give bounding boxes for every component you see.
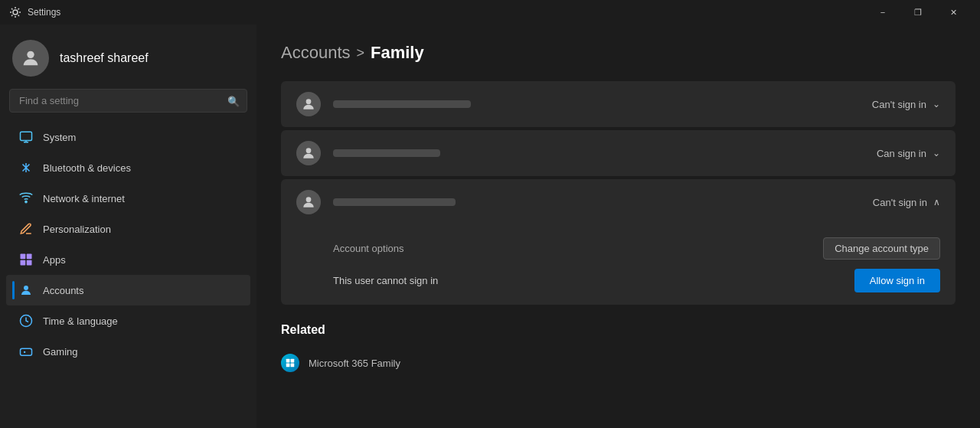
breadcrumb: Accounts > Family [281, 43, 956, 63]
svg-rect-14 [286, 359, 290, 363]
svg-rect-5 [27, 254, 32, 260]
family-member-3[interactable]: Can't sign in ∧ [281, 179, 956, 225]
svg-point-1 [27, 51, 34, 58]
cannot-signin-text: This user cannot sign in [333, 275, 438, 286]
sidebar-item-accounts[interactable]: Accounts [6, 275, 250, 305]
related-item-ms365[interactable]: Microsoft 365 Family [281, 346, 956, 380]
sign-in-row: This user cannot sign in Allow sign in [333, 269, 940, 292]
sidebar-item-network[interactable]: Network & internet [6, 183, 250, 214]
svg-rect-17 [291, 364, 295, 368]
sidebar-item-personalization[interactable]: Personalization [6, 214, 250, 244]
search-icon: 🔍 [227, 95, 240, 106]
svg-point-0 [13, 10, 18, 15]
svg-rect-7 [27, 260, 32, 266]
account-options-label: Account options [333, 243, 404, 254]
chevron-down-icon: ⌄ [933, 99, 940, 109]
bluetooth-icon [18, 160, 34, 175]
sidebar-item-label: Network & internet [43, 193, 125, 204]
breadcrumb-separator: > [357, 45, 365, 61]
family-card-expanded: Account options Change account type This… [281, 225, 956, 305]
svg-point-11 [306, 99, 312, 104]
related-item-label: Microsoft 365 Family [309, 358, 400, 369]
minimize-button[interactable]: − [865, 0, 900, 25]
network-icon [18, 191, 34, 206]
settings-icon [9, 6, 21, 18]
member-name-bar [333, 149, 440, 157]
chevron-up-icon: ∧ [933, 197, 940, 207]
sidebar-item-gaming[interactable]: Gaming [6, 336, 250, 367]
account-options-row: Account options Change account type [333, 237, 940, 260]
content-area: Accounts > Family Can't sign in ⌄ Can si… [256, 25, 980, 428]
avatar [296, 190, 321, 214]
related-section: Related Microsoft 365 Family [281, 323, 956, 380]
sidebar-item-label: Gaming [43, 346, 78, 358]
family-card-right: Can sign in ⌄ [877, 148, 940, 159]
sidebar-item-label: Bluetooth & devices [43, 162, 131, 174]
system-icon [18, 129, 34, 145]
svg-point-3 [25, 201, 27, 202]
avatar [296, 141, 321, 165]
sidebar-item-label: Accounts [43, 285, 83, 296]
allow-signin-button[interactable]: Allow sign in [854, 269, 940, 292]
sign-in-status: Can't sign in [873, 197, 927, 208]
svg-rect-4 [21, 254, 26, 260]
sidebar: tashreef shareef 🔍 System Bluetooth & de… [0, 25, 256, 428]
svg-point-13 [306, 197, 312, 202]
svg-rect-10 [21, 348, 32, 355]
svg-rect-16 [286, 364, 290, 368]
family-card-right: Can't sign in ∧ [873, 197, 940, 208]
titlebar: Settings − ❐ ✕ [0, 0, 980, 25]
sidebar-username: tashreef shareef [60, 51, 149, 65]
member-name-bar [333, 100, 471, 108]
svg-rect-15 [291, 359, 295, 363]
svg-rect-6 [21, 260, 26, 266]
svg-rect-2 [21, 132, 32, 140]
sidebar-item-time[interactable]: Time & language [6, 305, 250, 336]
titlebar-left: Settings [9, 6, 60, 18]
avatar [296, 92, 321, 116]
sign-in-status: Can sign in [877, 148, 926, 159]
svg-point-8 [24, 286, 28, 290]
family-member-2[interactable]: Can sign in ⌄ [281, 130, 956, 176]
avatar [12, 40, 49, 77]
ms365-icon [281, 354, 299, 372]
sidebar-item-label: Personalization [43, 224, 111, 235]
change-account-type-button[interactable]: Change account type [823, 237, 940, 260]
titlebar-title: Settings [28, 7, 60, 18]
sidebar-nav: System Bluetooth & devices Network & int… [0, 122, 256, 422]
sidebar-item-apps[interactable]: Apps [6, 244, 250, 275]
personalization-icon [18, 221, 34, 237]
apps-icon [18, 252, 34, 267]
breadcrumb-current: Family [371, 43, 424, 63]
member-name-bar [333, 198, 456, 206]
app-body: tashreef shareef 🔍 System Bluetooth & de… [0, 25, 980, 428]
close-button[interactable]: ✕ [936, 0, 971, 25]
time-icon [18, 313, 34, 328]
svg-point-12 [306, 148, 312, 153]
related-title: Related [281, 323, 956, 337]
search-input[interactable] [9, 89, 247, 113]
sidebar-item-system[interactable]: System [6, 122, 250, 152]
sidebar-item-label: Apps [43, 254, 66, 266]
accounts-icon [18, 283, 34, 298]
family-member-1[interactable]: Can't sign in ⌄ [281, 81, 956, 127]
sign-in-status: Can't sign in [872, 99, 926, 110]
chevron-down-icon: ⌄ [933, 148, 940, 158]
sidebar-search: 🔍 [9, 89, 247, 113]
titlebar-controls: − ❐ ✕ [865, 0, 971, 25]
sidebar-item-bluetooth[interactable]: Bluetooth & devices [6, 152, 250, 183]
sidebar-item-label: Time & language [43, 315, 118, 327]
family-card-right: Can't sign in ⌄ [872, 99, 940, 110]
sidebar-user[interactable]: tashreef shareef [0, 25, 256, 89]
maximize-button[interactable]: ❐ [900, 0, 936, 25]
sidebar-item-label: System [43, 132, 76, 143]
gaming-icon [18, 344, 34, 359]
breadcrumb-parent[interactable]: Accounts [281, 43, 351, 63]
